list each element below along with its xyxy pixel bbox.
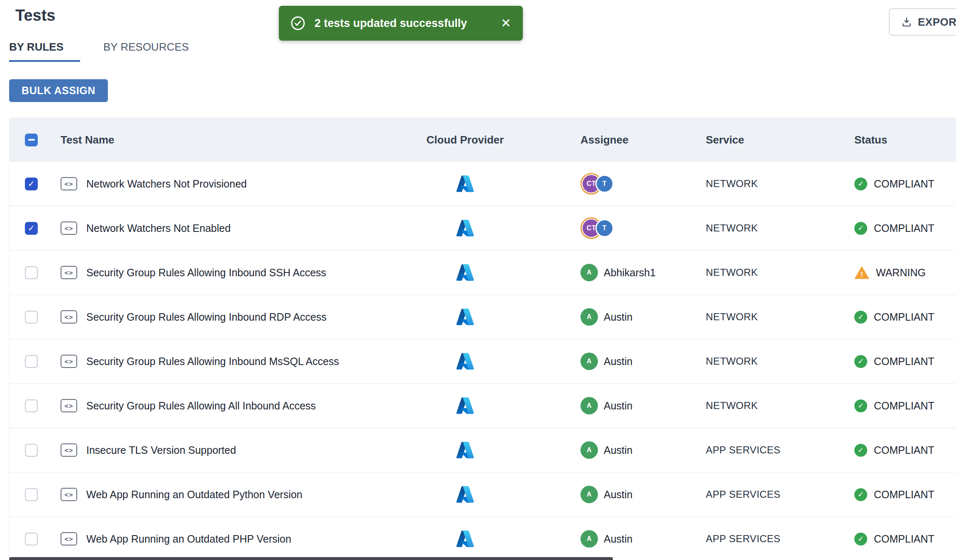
bulk-assign-button[interactable]: BULK ASSIGN <box>9 79 108 102</box>
assignee-name: Austin <box>604 489 632 501</box>
assignee-cell: AAustin <box>536 441 664 459</box>
status-label: COMPLIANT <box>874 400 934 412</box>
service-value: NETWORK <box>706 400 758 411</box>
table-row[interactable]: Insecure TLS Version Supported AAustin A… <box>10 428 956 472</box>
assignee-name: Austin <box>604 355 632 368</box>
assignee-name: Austin <box>604 400 632 412</box>
export-button-label: EXPORT <box>918 16 956 29</box>
row-checkbox[interactable] <box>25 266 38 279</box>
export-button[interactable]: EXPORT <box>889 8 956 36</box>
status-label: COMPLIANT <box>874 533 934 545</box>
azure-icon <box>456 263 475 282</box>
table-row[interactable]: Security Group Rules Allowing Inbound Ms… <box>10 339 956 383</box>
row-checkbox-cell <box>10 488 51 501</box>
avatar: A <box>580 441 598 459</box>
azure-icon <box>456 174 475 193</box>
assignee-cell: AAustin <box>536 530 664 548</box>
service-cell: APP SERVICES <box>664 533 810 545</box>
test-name-cell: Network Watchers Not Enabled <box>51 222 395 235</box>
test-name-cell: Security Group Rules Allowing All Inboun… <box>51 399 395 412</box>
column-header-assignee: Assignee <box>580 134 629 146</box>
avatar: T <box>595 219 614 237</box>
table-row[interactable]: Security Group Rules Allowing All Inboun… <box>10 383 956 428</box>
test-name-cell: Security Group Rules Allowing Inbound SS… <box>51 266 395 279</box>
download-icon <box>901 17 912 27</box>
code-icon <box>61 488 77 501</box>
check-circle-icon <box>290 16 305 31</box>
azure-icon <box>456 396 475 415</box>
test-name-cell: Security Group Rules Allowing Inbound Ms… <box>51 355 395 368</box>
tab-by-resources[interactable]: BY RESOURCES <box>102 41 190 62</box>
toast-message: 2 tests updated successfully <box>315 17 493 30</box>
cloud-provider-cell <box>395 352 536 371</box>
row-checkbox-cell <box>10 311 51 324</box>
status-label: WARNING <box>876 267 926 279</box>
table-row[interactable]: Web App Running an Outdated PHP Version … <box>10 516 956 560</box>
table-row[interactable]: Security Group Rules Allowing Inbound RD… <box>10 295 956 339</box>
status-label: COMPLIANT <box>874 311 934 323</box>
horizontal-scrollbar[interactable] <box>9 557 613 560</box>
table-row[interactable]: Web App Running an Outdated Python Versi… <box>10 472 956 516</box>
table-row[interactable]: Security Group Rules Allowing Inbound SS… <box>10 250 956 295</box>
status-icon: ! <box>854 266 869 279</box>
code-icon <box>61 222 77 235</box>
azure-icon <box>456 219 475 238</box>
service-cell: APP SERVICES <box>664 444 810 456</box>
avatar: A <box>580 264 598 281</box>
close-icon[interactable]: ✕ <box>501 17 511 29</box>
cloud-provider-cell <box>395 174 536 193</box>
tab-by-rules[interactable]: BY RULES <box>9 41 80 62</box>
test-name: Security Group Rules Allowing All Inboun… <box>86 400 316 412</box>
test-name-cell: Insecure TLS Version Supported <box>51 443 395 457</box>
status-cell: ✓ COMPLIANT <box>810 399 956 412</box>
cloud-provider-cell <box>395 307 536 326</box>
row-checkbox[interactable] <box>25 355 38 368</box>
test-name-cell: Security Group Rules Allowing Inbound RD… <box>51 310 395 324</box>
avatar: A <box>580 308 598 326</box>
row-checkbox[interactable] <box>25 311 38 324</box>
service-cell: NETWORK <box>664 222 810 234</box>
column-header-status: Status <box>854 134 887 146</box>
row-checkbox-cell <box>10 178 51 190</box>
service-value: NETWORK <box>706 222 758 234</box>
assignee-cell: AAustin <box>536 397 664 414</box>
row-checkbox-cell <box>10 399 51 412</box>
row-checkbox[interactable] <box>25 488 38 501</box>
service-value: NETWORK <box>706 178 758 189</box>
service-value: NETWORK <box>706 311 758 322</box>
row-checkbox-cell <box>10 444 51 457</box>
status-cell: ✓ COMPLIANT <box>810 311 956 324</box>
service-cell: NETWORK <box>664 400 810 411</box>
test-name: Network Watchers Not Enabled <box>86 222 231 234</box>
status-label: COMPLIANT <box>874 489 934 501</box>
avatar: A <box>580 353 598 370</box>
avatar: A <box>580 486 598 503</box>
assignee-cell: AAustin <box>536 308 664 326</box>
row-checkbox[interactable] <box>25 444 38 457</box>
success-toast: 2 tests updated successfully ✕ <box>279 6 523 41</box>
table-row[interactable]: Network Watchers Not Enabled CTT NETWORK… <box>10 206 956 250</box>
table-row[interactable]: Network Watchers Not Provisioned CTT NET… <box>10 161 956 206</box>
status-cell: ✓ COMPLIANT <box>810 488 956 501</box>
tab-bar: BY RULES BY RESOURCES <box>9 41 190 62</box>
status-label: COMPLIANT <box>874 178 934 190</box>
status-label: COMPLIANT <box>874 355 934 368</box>
row-checkbox[interactable] <box>25 399 38 412</box>
test-name: Security Group Rules Allowing Inbound Ms… <box>86 355 339 368</box>
row-checkbox-cell <box>10 533 51 545</box>
service-value: APP SERVICES <box>706 444 780 455</box>
assignee-cell: AAustin <box>536 486 664 503</box>
row-checkbox[interactable] <box>25 533 38 545</box>
status-cell: ✓ COMPLIANT <box>810 222 956 235</box>
page-title: Tests <box>15 7 55 24</box>
service-value: APP SERVICES <box>706 533 780 544</box>
assignee-cell: AAbhikarsh1 <box>536 264 664 281</box>
row-checkbox[interactable] <box>25 222 38 235</box>
code-icon <box>61 310 77 324</box>
column-header-cloud-provider: Cloud Provider <box>427 134 504 146</box>
row-checkbox[interactable] <box>25 178 38 190</box>
code-icon <box>61 266 77 279</box>
select-all-checkbox[interactable] <box>25 134 38 146</box>
cloud-provider-cell <box>395 219 536 238</box>
azure-icon <box>456 485 475 504</box>
